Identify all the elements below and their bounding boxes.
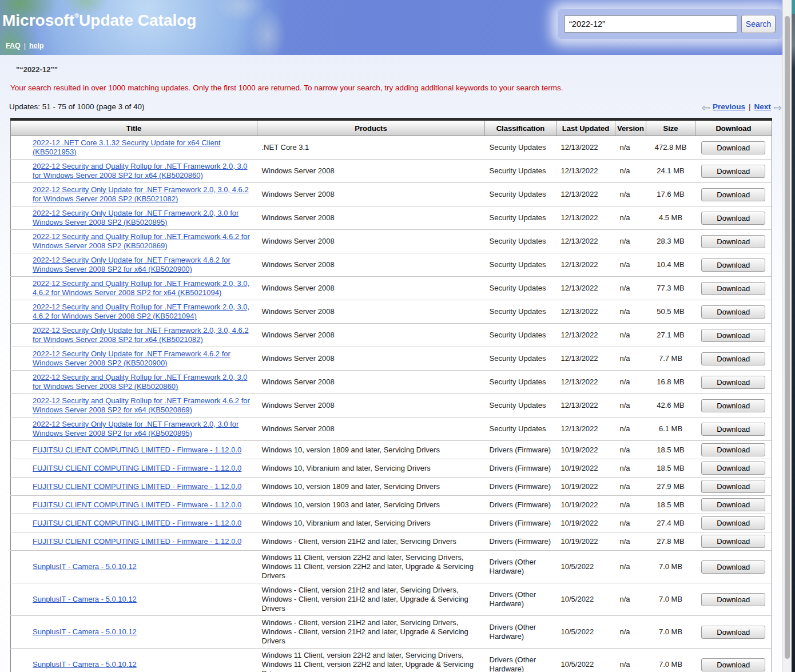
- version-cell: n/a: [615, 300, 646, 324]
- update-title-link[interactable]: 2022-12 Security and Quality Rollup for …: [33, 303, 249, 320]
- download-button[interactable]: Download: [701, 560, 765, 574]
- download-cell: Download: [695, 496, 772, 514]
- vertical-scrollbar[interactable]: [782, 0, 792, 672]
- table-row: FUJITSU CLIENT COMPUTING LIMITED - Firmw…: [11, 496, 772, 514]
- update-title-link[interactable]: FUJITSU CLIENT COMPUTING LIMITED - Firmw…: [33, 500, 241, 509]
- update-title-link[interactable]: SunplusIT - Camera - 5.0.10.12: [33, 595, 137, 603]
- download-button[interactable]: Download: [701, 535, 765, 548]
- update-title-link[interactable]: FUJITSU CLIENT COMPUTING LIMITED - Firmw…: [33, 464, 241, 472]
- classification-cell: Security Updates: [485, 371, 556, 394]
- download-button[interactable]: Download: [701, 498, 765, 511]
- classification-cell: Security Updates: [485, 324, 556, 347]
- download-button[interactable]: Download: [701, 376, 765, 389]
- download-button[interactable]: Download: [701, 329, 765, 342]
- update-title-link[interactable]: 2022-12 Security and Quality Rollup for …: [33, 279, 249, 297]
- column-header-download[interactable]: Download: [695, 120, 772, 136]
- column-header-last-updated[interactable]: Last Updated: [556, 120, 615, 136]
- title-cell: FUJITSU CLIENT COMPUTING LIMITED - Firmw…: [11, 441, 257, 459]
- download-button[interactable]: Download: [701, 235, 765, 248]
- download-button[interactable]: Download: [701, 443, 765, 456]
- download-button[interactable]: Download: [701, 212, 765, 225]
- products-cell: Windows 10, version 1809 and later, Serv…: [257, 478, 485, 496]
- download-button[interactable]: Download: [701, 480, 765, 493]
- version-cell: n/a: [615, 160, 646, 183]
- update-title-link[interactable]: 2022-12 Security and Quality Rollup for …: [33, 396, 250, 414]
- table-row: 2022-12 Security and Quality Rollup for …: [11, 300, 772, 324]
- column-header-title[interactable]: Title: [11, 120, 257, 136]
- title-cell: 2022-12 Security Only Update for .NET Fr…: [11, 206, 257, 230]
- download-cell: Download: [695, 136, 772, 160]
- update-title-link[interactable]: 2022-12 Security Only Update for .NET Fr…: [33, 326, 249, 344]
- title-cell: SunplusIT - Camera - 5.0.10.12: [11, 649, 257, 672]
- update-title-link[interactable]: SunplusIT - Camera - 5.0.10.12: [33, 562, 137, 571]
- update-title-link[interactable]: 2022-12 Security Only Update for .NET Fr…: [33, 349, 230, 367]
- table-row: 2022-12 Security Only Update for .NET Fr…: [11, 347, 772, 371]
- version-cell: n/a: [615, 478, 646, 496]
- classification-cell: Drivers (Other Hardware): [485, 551, 556, 583]
- size-cell: 7.0 MB: [646, 616, 695, 649]
- update-title-link[interactable]: FUJITSU CLIENT COMPUTING LIMITED - Firmw…: [33, 519, 241, 527]
- download-button[interactable]: Download: [701, 399, 765, 412]
- download-button[interactable]: Download: [701, 188, 765, 201]
- update-title-link[interactable]: 2022-12 Security Only Update for .NET Fr…: [33, 256, 230, 273]
- download-cell: Download: [695, 441, 772, 459]
- update-title-link[interactable]: 2022-12 Security Only Update for .NET Fr…: [33, 185, 249, 203]
- help-link[interactable]: help: [29, 42, 44, 50]
- update-title-link[interactable]: 2022-12 .NET Core 3.1.32 Security Update…: [33, 138, 221, 156]
- download-button[interactable]: Download: [701, 165, 765, 178]
- download-cell: Download: [695, 649, 772, 672]
- update-title-link[interactable]: FUJITSU CLIENT COMPUTING LIMITED - Firmw…: [33, 537, 241, 546]
- column-header-size[interactable]: Size: [646, 120, 695, 136]
- download-button[interactable]: Download: [701, 626, 765, 639]
- previous-link[interactable]: Previous: [713, 102, 745, 111]
- products-cell: Windows 10, Vibranium and later, Servici…: [257, 459, 485, 478]
- download-button[interactable]: Download: [701, 305, 765, 319]
- table-row: 2022-12 Security and Quality Rollup for …: [11, 277, 772, 300]
- download-button[interactable]: Download: [701, 259, 765, 272]
- size-cell: 10.4 MB: [646, 253, 695, 277]
- faq-link[interactable]: FAQ: [6, 42, 21, 50]
- classification-cell: Drivers (Firmware): [485, 532, 556, 551]
- version-cell: n/a: [615, 514, 646, 532]
- download-button[interactable]: Download: [701, 282, 765, 295]
- search-button[interactable]: Search: [741, 15, 776, 33]
- update-title-link[interactable]: 2022-12 Security and Quality Rollup for …: [33, 373, 248, 391]
- results-warning: Your search resulted in over 1000 matchi…: [10, 83, 795, 92]
- download-button[interactable]: Download: [701, 141, 765, 154]
- size-cell: 4.5 MB: [646, 206, 695, 230]
- classification-cell: Security Updates: [485, 183, 556, 206]
- update-title-link[interactable]: 2022-12 Security and Quality Rollup for …: [33, 162, 248, 180]
- download-cell: Download: [695, 277, 772, 300]
- download-cell: Download: [695, 514, 772, 532]
- update-title-link[interactable]: SunplusIT - Camera - 5.0.10.12: [33, 627, 137, 636]
- update-title-link[interactable]: FUJITSU CLIENT COMPUTING LIMITED - Firmw…: [33, 446, 241, 454]
- table-row: 2022-12 Security Only Update for .NET Fr…: [11, 183, 772, 206]
- last-updated-cell: 10/19/2022: [556, 532, 615, 551]
- table-row: 2022-12 Security Only Update for .NET Fr…: [11, 206, 772, 230]
- download-button[interactable]: Download: [701, 593, 765, 606]
- update-title-link[interactable]: FUJITSU CLIENT COMPUTING LIMITED - Firmw…: [33, 482, 241, 491]
- update-title-link[interactable]: 2022-12 Security and Quality Rollup for …: [33, 232, 250, 250]
- download-cell: Download: [695, 459, 772, 478]
- update-title-link[interactable]: SunplusIT - Camera - 5.0.10.12: [33, 660, 137, 669]
- column-header-classification[interactable]: Classification: [485, 120, 556, 136]
- scrollbar-thumb[interactable]: [785, 16, 790, 659]
- table-row: FUJITSU CLIENT COMPUTING LIMITED - Firmw…: [11, 478, 772, 496]
- download-button[interactable]: Download: [701, 423, 765, 436]
- update-title-link[interactable]: 2022-12 Security Only Update for .NET Fr…: [33, 209, 238, 226]
- download-button[interactable]: Download: [701, 658, 765, 671]
- last-updated-cell: 10/19/2022: [556, 478, 615, 496]
- classification-cell: Drivers (Firmware): [485, 496, 556, 514]
- column-header-version[interactable]: Version: [615, 120, 646, 136]
- download-button[interactable]: Download: [701, 516, 765, 530]
- title-cell: 2022-12 Security and Quality Rollup for …: [11, 160, 257, 183]
- update-title-link[interactable]: 2022-12 Security Only Update for .NET Fr…: [33, 420, 238, 438]
- next-link[interactable]: Next: [754, 102, 770, 111]
- products-cell: Windows Server 2008: [257, 347, 485, 371]
- download-button[interactable]: Download: [701, 352, 765, 365]
- search-input[interactable]: [565, 15, 737, 33]
- download-button[interactable]: Download: [701, 462, 765, 475]
- classification-cell: Security Updates: [485, 136, 556, 160]
- products-cell: Windows 10, version 1809 and later, Serv…: [257, 441, 485, 459]
- column-header-products[interactable]: Products: [257, 120, 485, 136]
